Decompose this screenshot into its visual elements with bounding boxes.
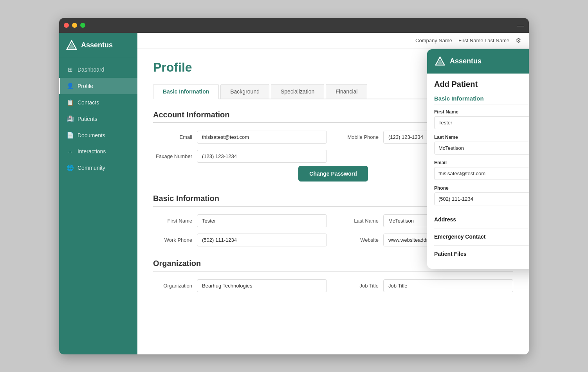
- sidebar-logo-text: Assentus: [81, 41, 113, 49]
- overlay-email-input[interactable]: [434, 167, 529, 180]
- work-phone-field: Work Phone (502) 111-1234: [153, 234, 327, 246]
- sidebar-item-profile-label: Profile: [78, 83, 93, 89]
- user-name: First Name Last Name: [458, 38, 509, 43]
- overlay-phone-input[interactable]: [434, 192, 529, 205]
- change-password-button[interactable]: Change Password: [298, 166, 368, 182]
- website-label: Website: [339, 237, 379, 243]
- overlay-last-name-input[interactable]: [434, 142, 529, 155]
- overlay-header: Assentus ☰: [427, 49, 529, 74]
- faxage-label: Faxage Number: [153, 153, 192, 159]
- sidebar-item-contacts[interactable]: 📋 Contacts: [59, 94, 137, 111]
- email-value[interactable]: thisisatest@test.com: [197, 131, 327, 144]
- sidebar-item-community[interactable]: 🌐 Community: [59, 160, 137, 176]
- first-name-field: First Name Tester: [153, 214, 327, 227]
- last-name-label: Last Name: [339, 218, 379, 224]
- sidebar-item-interactions-label: Interactions: [78, 148, 106, 155]
- work-phone-value[interactable]: (502) 111-1234: [197, 234, 327, 246]
- organization-value[interactable]: Bearhug Technologies: [197, 279, 327, 292]
- overlay-last-name-label: Last Name: [434, 135, 529, 140]
- sidebar-item-contacts-label: Contacts: [78, 99, 99, 106]
- org-section-title: Organization: [153, 259, 201, 268]
- overlay-emergency-contact-title: Emergency Contact: [434, 234, 485, 240]
- org-divider: [153, 271, 513, 271]
- window-minimize-icon[interactable]: —: [517, 22, 524, 29]
- job-title-value[interactable]: Job Title: [383, 279, 513, 292]
- sidebar-item-interactions[interactable]: ↔ Interactions: [59, 144, 137, 160]
- tab-financial[interactable]: Financial: [326, 84, 367, 99]
- overlay-first-name-field: First Name: [434, 109, 529, 129]
- sidebar-nav: ⊞ Dashboard 👤 Profile 📋 Contacts 🏥 Patie…: [59, 58, 137, 354]
- overlay-nav: Add Patient < Back: [434, 80, 529, 89]
- email-field: Email thisisatest@test.com: [153, 131, 327, 144]
- sidebar-item-documents-label: Documents: [78, 132, 105, 138]
- contacts-icon: 📋: [67, 99, 74, 106]
- overlay-logo-icon: [434, 56, 446, 67]
- job-title-label: Job Title: [339, 283, 379, 289]
- overlay-email-field: Email: [434, 160, 529, 180]
- tab-specialization[interactable]: Specialization: [271, 84, 324, 99]
- overlay-patient-files-section[interactable]: Patient Files ∨: [434, 245, 529, 262]
- sidebar-item-profile[interactable]: 👤 Profile: [59, 78, 137, 94]
- email-label: Email: [153, 134, 192, 140]
- overlay-last-name-field: Last Name: [434, 135, 529, 155]
- faxage-value[interactable]: (123) 123-1234: [197, 150, 327, 163]
- work-phone-label: Work Phone: [153, 237, 192, 243]
- sidebar-item-patients-label: Patients: [78, 116, 97, 122]
- overlay-logo-text: Assentus: [450, 57, 529, 65]
- mobile-phone-label: Mobile Phone: [339, 134, 379, 140]
- faxage-number-field: Faxage Number (123) 123-1234: [153, 150, 327, 163]
- minimize-button[interactable]: [72, 23, 77, 28]
- overlay-body: Add Patient < Back Basic Information Fir…: [427, 74, 529, 269]
- close-button[interactable]: [64, 23, 69, 28]
- sidebar-logo: Assentus: [59, 33, 137, 58]
- sidebar-item-patients[interactable]: 🏥 Patients: [59, 111, 137, 127]
- organization-field: Organization Bearhug Technologies: [153, 279, 327, 292]
- overlay-patient-files-title: Patient Files: [434, 251, 466, 257]
- sidebar-item-documents[interactable]: 📄 Documents: [59, 127, 137, 144]
- overlay-first-name-label: First Name: [434, 109, 529, 115]
- job-title-field: Job Title Job Title: [339, 279, 513, 292]
- profile-icon: 👤: [67, 83, 74, 90]
- add-patient-panel: Assentus ☰ Add Patient < Back Basic Info…: [427, 49, 529, 269]
- organization-label: Organization: [153, 283, 192, 289]
- overlay-basic-info-title: Basic Information: [434, 95, 529, 104]
- sidebar-item-dashboard-label: Dashboard: [78, 66, 105, 73]
- overlay-address-section[interactable]: Address ∨: [434, 211, 529, 228]
- first-name-value[interactable]: Tester: [197, 214, 327, 227]
- basic-section-title: Basic Information: [153, 194, 219, 203]
- sidebar: Assentus ⊞ Dashboard 👤 Profile 📋 Contact…: [59, 33, 137, 354]
- overlay-title: Add Patient: [434, 80, 478, 89]
- overlay-address-title: Address: [434, 216, 456, 223]
- company-name: Company Name: [415, 38, 452, 43]
- settings-icon[interactable]: ⚙: [516, 37, 521, 44]
- maximize-button[interactable]: [80, 23, 85, 28]
- sidebar-item-community-label: Community: [78, 165, 105, 171]
- top-bar: Company Name First Name Last Name ⚙: [137, 33, 529, 49]
- main-window: — Assentus ⊞ Dashboard 👤 Profile: [59, 18, 529, 354]
- logo-icon: [65, 39, 78, 52]
- org-form-grid: Organization Bearhug Technologies Job Ti…: [153, 279, 513, 292]
- tab-background[interactable]: Background: [220, 84, 269, 99]
- overlay-emergency-contact-section[interactable]: Emergency Contact ∨: [434, 228, 529, 245]
- overlay-phone-field: Phone: [434, 185, 529, 205]
- first-name-label: First Name: [153, 218, 192, 224]
- overlay-phone-label: Phone: [434, 185, 529, 191]
- overlay-email-label: Email: [434, 160, 529, 165]
- tab-basic-information[interactable]: Basic Information: [153, 84, 219, 99]
- account-section-title: Account Information: [153, 110, 230, 119]
- overlay-first-name-input[interactable]: [434, 116, 529, 129]
- dashboard-icon: ⊞: [67, 66, 74, 73]
- title-bar: —: [59, 18, 529, 33]
- community-icon: 🌐: [67, 164, 74, 171]
- documents-icon: 📄: [67, 132, 74, 139]
- patients-icon: 🏥: [67, 115, 74, 122]
- interactions-icon: ↔: [67, 148, 74, 155]
- sidebar-item-dashboard[interactable]: ⊞ Dashboard: [59, 61, 137, 78]
